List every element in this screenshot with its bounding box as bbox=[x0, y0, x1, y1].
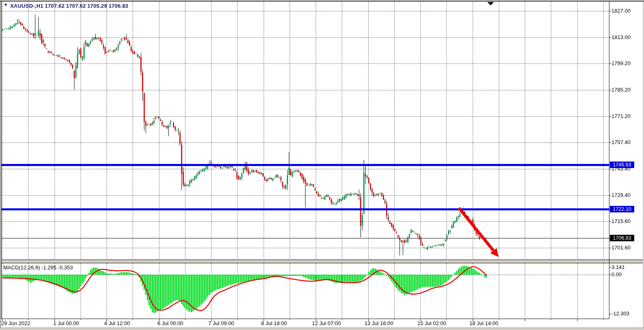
macd-indicator-label: MACD(12,26,9) -1.295 -0.353 bbox=[3, 264, 73, 271]
price-axis-label: 1813.00 bbox=[611, 34, 631, 41]
price-badge: 1745.53 bbox=[610, 162, 634, 168]
time-axis-label: 4 Jul 12:00 bbox=[104, 320, 130, 327]
chart-window-frame: ▼ XAUUSD-,H1 1707.62 1707.62 1705.29 170… bbox=[0, 0, 644, 330]
time-axis-label: 12 Jul 07:00 bbox=[312, 320, 341, 327]
price-badge: 1722.10 bbox=[610, 206, 634, 212]
time-axis-label: 15 Jul 02:00 bbox=[417, 320, 446, 327]
price-chart-canvas[interactable] bbox=[0, 0, 644, 330]
chart-title: XAUUSD-,H1 1707.62 1707.62 1705.29 1706.… bbox=[10, 3, 128, 9]
time-axis-label: 29 Jun 2022 bbox=[1, 320, 31, 327]
price-axis-label: 1799.20 bbox=[611, 60, 631, 67]
symbol-dropdown-icon[interactable]: ▼ bbox=[4, 2, 8, 7]
time-axis-label: 7 Jul 09:00 bbox=[208, 320, 234, 327]
macd-scale-label: 3.141 bbox=[611, 264, 625, 271]
time-axis-label: 13 Jul 16:00 bbox=[365, 320, 393, 327]
price-axis-label: 1771.20 bbox=[611, 113, 631, 120]
macd-scale-label: 0.00 bbox=[611, 271, 622, 278]
time-axis-label: 6 Jul 00:00 bbox=[157, 320, 183, 327]
time-axis-label: 1 Jul 00:00 bbox=[53, 320, 79, 327]
price-axis-label: 1701.60 bbox=[611, 245, 631, 251]
time-axis-label: 8 Jul 18:00 bbox=[261, 320, 287, 327]
price-axis-label: 1715.60 bbox=[611, 218, 631, 225]
price-badge: 1706.83 bbox=[610, 235, 634, 241]
time-axis-label: 18 Jul 14:00 bbox=[469, 320, 498, 327]
macd-scale-label: -12.303 bbox=[611, 310, 629, 317]
price-axis-label: 1827.00 bbox=[611, 8, 631, 14]
price-axis-label: 1785.20 bbox=[611, 87, 631, 93]
price-axis-label: 1757.40 bbox=[611, 139, 631, 146]
price-axis-label: 1729.40 bbox=[611, 192, 631, 199]
